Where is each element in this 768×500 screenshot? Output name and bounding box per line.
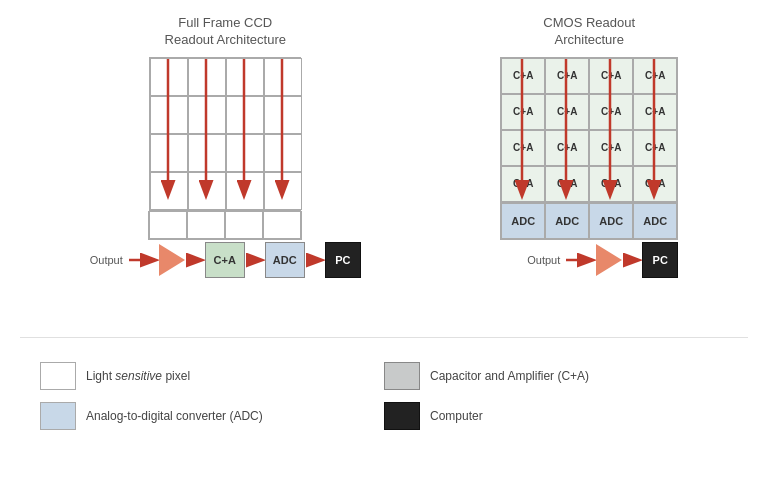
ccd-cell <box>264 134 302 172</box>
cmos-cell: C+A <box>589 130 633 166</box>
ccd-cell <box>188 58 226 96</box>
legend-text-ca: Capacitor and Amplifier (C+A) <box>430 369 589 383</box>
right-arrow-ccd <box>127 246 159 274</box>
ccd-cell <box>264 96 302 134</box>
ccd-cell <box>226 58 264 96</box>
cmos-adc-row: ADC ADC ADC ADC <box>500 203 678 240</box>
ccd-cell <box>150 58 188 96</box>
legend-text-adc: Analog-to-digital converter (ADC) <box>86 409 263 423</box>
legend-item-adc: Analog-to-digital converter (ADC) <box>40 402 384 430</box>
cmos-cell: C+A <box>501 58 545 94</box>
arrow-ca <box>185 246 205 274</box>
cmos-adc-cell: ADC <box>589 203 633 239</box>
right-diagram: CMOS Readout Architecture C+A C+A C+A C+… <box>500 15 678 278</box>
ccd-cell <box>188 134 226 172</box>
amplifier-triangle-left <box>159 244 185 276</box>
ccd-cell <box>226 134 264 172</box>
cmos-adc-cell: ADC <box>545 203 589 239</box>
right-arrow-cmos <box>564 246 596 274</box>
pc-box-left: PC <box>325 242 361 278</box>
cmos-adc-cell: ADC <box>501 203 545 239</box>
cmos-cell: C+A <box>589 94 633 130</box>
amplifier-triangle-right <box>596 244 622 276</box>
ccd-cell <box>150 96 188 134</box>
legend-box-blue <box>40 402 76 430</box>
cmos-cell: C+A <box>545 166 589 202</box>
legend-box-gray <box>384 362 420 390</box>
ccd-cell <box>226 172 264 210</box>
ccd-cell <box>150 172 188 210</box>
cmos-adc-cell: ADC <box>633 203 677 239</box>
left-diagram: Full Frame CCD Readout Architecture <box>90 15 361 278</box>
legend-row: Light sensitive pixel Analog-to-digital … <box>20 362 748 430</box>
ccd-cell <box>264 58 302 96</box>
shift-register <box>148 211 302 240</box>
legend-box-white <box>40 362 76 390</box>
shift-cell <box>263 211 301 239</box>
left-title: Full Frame CCD Readout Architecture <box>165 15 286 49</box>
cmos-cell: C+A <box>589 166 633 202</box>
legend-col-left: Light sensitive pixel Analog-to-digital … <box>40 362 384 430</box>
ccd-pipeline-row: Output <box>90 242 361 278</box>
main-container: Full Frame CCD Readout Architecture <box>0 0 768 500</box>
legend-text-computer: Computer <box>430 409 483 423</box>
ccd-cell <box>226 96 264 134</box>
legend-col-right: Capacitor and Amplifier (C+A) Computer <box>384 362 728 430</box>
arrow-pc <box>305 246 325 274</box>
ccd-cell <box>188 172 226 210</box>
cmos-grid: C+A C+A C+A C+A C+A C+A C+A C+A C+A C+A … <box>500 57 678 203</box>
shift-cell <box>149 211 187 239</box>
cmos-grid-container: C+A C+A C+A C+A C+A C+A C+A C+A C+A C+A … <box>500 57 678 203</box>
ccd-grid-container <box>149 57 301 211</box>
cmos-cell: C+A <box>633 58 677 94</box>
legend-item-pixel: Light sensitive pixel <box>40 362 384 390</box>
right-title: CMOS Readout Architecture <box>543 15 635 49</box>
cmos-cell: C+A <box>501 94 545 130</box>
cmos-cell: C+A <box>633 94 677 130</box>
shift-cell <box>225 211 263 239</box>
legend-divider <box>20 337 748 338</box>
ccd-grid <box>149 57 301 211</box>
cmos-pipeline-row: Output <box>527 242 678 278</box>
shift-cell <box>187 211 225 239</box>
cmos-cell: C+A <box>545 94 589 130</box>
cmos-cell: C+A <box>589 58 633 94</box>
cmos-cell: C+A <box>545 58 589 94</box>
arrow-adc <box>245 246 265 274</box>
ccd-cell <box>188 96 226 134</box>
arrow-pc-right <box>622 246 642 274</box>
cmos-cell: C+A <box>633 166 677 202</box>
cmos-cell: C+A <box>501 130 545 166</box>
adc-box-left: ADC <box>265 242 305 278</box>
cmos-cell: C+A <box>633 130 677 166</box>
legend-item-computer: Computer <box>384 402 728 430</box>
legend-text-pixel: Light sensitive pixel <box>86 369 190 383</box>
diagrams-row: Full Frame CCD Readout Architecture <box>20 15 748 325</box>
ccd-cell <box>150 134 188 172</box>
cmos-cell: C+A <box>545 130 589 166</box>
output-label-left: Output <box>90 254 123 266</box>
legend-box-black <box>384 402 420 430</box>
ccd-cell <box>264 172 302 210</box>
ca-box-left: C+A <box>205 242 245 278</box>
pc-box-right: PC <box>642 242 678 278</box>
output-label-right: Output <box>527 254 560 266</box>
cmos-cell: C+A <box>501 166 545 202</box>
legend-item-ca: Capacitor and Amplifier (C+A) <box>384 362 728 390</box>
